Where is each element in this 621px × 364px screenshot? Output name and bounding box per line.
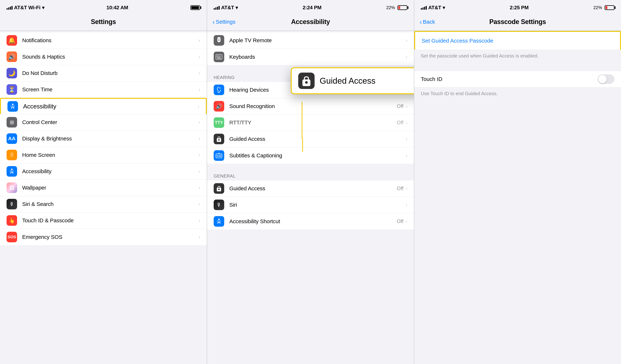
svg-rect-8 <box>219 56 220 56</box>
passcode-group: Set Guided Access Passcode <box>414 31 621 50</box>
notifications-chevron: › <box>199 37 200 43</box>
keyboards-chevron: › <box>406 54 407 60</box>
svg-rect-10 <box>217 57 217 57</box>
nav-back-3[interactable]: ‹ Back <box>420 19 435 25</box>
settings-item-homescreen[interactable]: ⠿ Home Screen › <box>0 147 207 163</box>
battery-percent-3: 22% <box>593 5 602 10</box>
settings-item-appletv[interactable]: Apple TV Remote › <box>207 32 414 49</box>
settings-item-guided-hearing[interactable]: Guided Access › <box>207 131 414 147</box>
control-center-label: Control Center <box>22 119 199 125</box>
guided-general-chevron: › <box>406 186 407 191</box>
screentime-chevron: › <box>199 87 200 92</box>
accessibility-icon-svg <box>9 103 16 110</box>
guided-general-value: Off <box>397 186 403 191</box>
svg-rect-11 <box>218 57 218 57</box>
back-label-3: Back <box>423 19 435 25</box>
popup-icon <box>298 73 315 89</box>
settings-item-accessibility2[interactable]: Accessibility › <box>0 163 207 180</box>
svg-rect-6 <box>217 56 217 56</box>
settings-item-rtttty[interactable]: TTY RTT/TTY Off › <box>207 115 414 131</box>
settings-item-sos[interactable]: SOS Emergency SOS › <box>0 229 207 245</box>
accessibility-group-top: Apple TV Remote › <box>207 32 414 65</box>
status-carrier-3: AT&T ▾ <box>421 5 445 11</box>
keyboards-icon <box>214 52 224 62</box>
nav-bar-3: ‹ Back Passcode Settings <box>414 15 621 31</box>
svg-point-24 <box>218 189 220 190</box>
accessibility2-label: Accessibility <box>22 168 199 174</box>
settings-item-touchid[interactable]: 👆 Touch ID & Passcode › <box>0 212 207 229</box>
settings-item-dnd[interactable]: 🌙 Do Not Disturb › <box>0 65 207 82</box>
notifications-label: Notifications <box>22 37 199 43</box>
svg-rect-9 <box>220 56 221 56</box>
battery-icon-1 <box>190 5 200 10</box>
touchid-label: Touch ID <box>421 76 598 82</box>
dnd-label: Do Not Disturb <box>22 70 199 76</box>
panel-passcode: AT&T ▾ 2:25 PM 22% ‹ Back Passcode Setti… <box>414 0 621 364</box>
touchid-label: Touch ID & Passcode <box>22 217 199 224</box>
sos-label: Emergency SOS <box>22 234 199 240</box>
settings-item-siri[interactable]: 🎙 Siri & Search › <box>0 196 207 212</box>
svg-rect-19 <box>217 155 219 156</box>
guided-hearing-chevron: › <box>406 136 407 142</box>
general-group: Guided Access Off › 🎙 Siri › <box>207 180 414 230</box>
status-time-1: 10:42 AM <box>106 5 128 11</box>
svg-rect-14 <box>217 58 221 58</box>
set-passcode-item[interactable]: Set Guided Access Passcode <box>414 31 621 50</box>
settings-group-1: 🔔 Notifications › 🔊 Sounds & Haptics › 🌙… <box>0 32 207 245</box>
connector-line-2 <box>302 138 303 152</box>
passcode-list: Set Guided Access Passcode Set the passc… <box>414 31 621 364</box>
status-bar-3: AT&T ▾ 2:25 PM 22% <box>414 0 621 15</box>
popup-text: Guided Access <box>320 76 376 86</box>
status-carrier-2: AT&T ▾ <box>214 5 238 11</box>
connector-line-1 <box>302 102 302 138</box>
settings-item-sounds[interactable]: 🔊 Sounds & Haptics › <box>0 49 207 65</box>
settings-item-siri-gen[interactable]: 🎙 Siri › <box>207 197 414 213</box>
rtttty-value: Off <box>397 120 403 125</box>
settings-item-screentime[interactable]: ⏳ Screen Time › <box>0 82 207 98</box>
sos-icon: SOS <box>7 232 17 242</box>
guided-general-icon <box>214 183 224 194</box>
settings-item-accessibility[interactable]: Accessibility › <box>0 98 207 114</box>
soundrec-icon: 🔊 <box>214 101 224 111</box>
svg-rect-22 <box>218 156 221 157</box>
homescreen-icon: ⠿ <box>7 150 17 160</box>
touchid-icon: 👆 <box>7 215 17 226</box>
notifications-icon: 🔔 <box>7 35 17 46</box>
nav-title-2: Accessibility <box>291 18 330 26</box>
settings-item-notifications[interactable]: 🔔 Notifications › <box>0 32 207 49</box>
settings-item-subtitles[interactable]: Subtitles & Captioning › <box>207 147 414 164</box>
accessibility2-chevron: › <box>199 169 200 174</box>
acc-shortcut-value: Off <box>397 218 403 224</box>
guided-general-label: Guided Access <box>229 185 397 191</box>
settings-item-display[interactable]: AA Display & Brightness › <box>0 131 207 147</box>
settings-item-control-center[interactable]: ⊞ Control Center › <box>0 114 207 131</box>
sounds-chevron: › <box>199 54 200 60</box>
settings-item-acc-shortcut[interactable]: Accessibility Shortcut Off › <box>207 213 414 230</box>
sos-chevron: › <box>199 234 200 240</box>
battery-fill-1 <box>191 6 199 9</box>
nav-back-2[interactable]: ‹ Settings <box>213 19 236 25</box>
settings-item-keyboards[interactable]: Keyboards › <box>207 49 414 65</box>
wallpaper-icon: 🖼 <box>7 182 17 193</box>
signal-icon-3 <box>421 6 427 10</box>
nav-title-1: Settings <box>91 18 116 26</box>
homescreen-chevron: › <box>199 152 200 158</box>
settings-item-soundrec[interactable]: 🔊 Sound Recognition Off › <box>207 98 414 115</box>
dnd-icon: 🌙 <box>7 68 17 78</box>
battery-icon-2 <box>397 5 407 10</box>
svg-rect-13 <box>220 57 221 57</box>
touchid-toggle[interactable] <box>598 74 614 84</box>
settings-item-wallpaper[interactable]: 🖼 Wallpaper › <box>0 180 207 196</box>
guided-hearing-icon <box>214 134 224 144</box>
homescreen-label: Home Screen <box>22 152 199 158</box>
acc-shortcut-label: Accessibility Shortcut <box>229 218 397 225</box>
status-right-3: 22% <box>593 5 614 10</box>
accessibility-icon <box>7 101 18 112</box>
siri-gen-label: Siri <box>229 202 406 208</box>
sounds-label: Sounds & Haptics <box>22 54 199 60</box>
svg-rect-12 <box>219 57 220 57</box>
settings-item-guided-general[interactable]: Guided Access Off › <box>207 180 414 197</box>
status-time-3: 2:25 PM <box>510 5 529 11</box>
battery-icon-3 <box>605 5 614 10</box>
subtitles-label: Subtitles & Captioning <box>229 153 406 159</box>
